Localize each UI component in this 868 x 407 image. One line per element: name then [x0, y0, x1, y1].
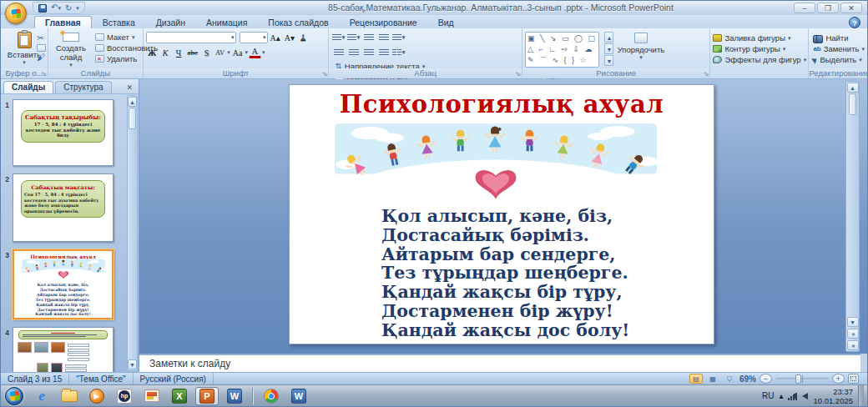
increase-indent-button[interactable] [376, 32, 391, 43]
close-panel-icon[interactable]: ✕ [123, 83, 136, 93]
panel-scroll-thumb[interactable] [129, 108, 136, 129]
tab-pokaz-slaydov[interactable]: Показ слайдов [258, 17, 338, 28]
internet-explorer-icon[interactable]: e [30, 387, 53, 405]
slide-sorter-button[interactable]: ▦ [706, 374, 719, 384]
excel-icon[interactable]: X [168, 387, 191, 405]
grow-font-button[interactable]: A▴ [269, 32, 282, 43]
italic-button[interactable]: К [159, 47, 172, 58]
scroll-up-icon[interactable]: ▲ [847, 83, 859, 93]
slide-3-editing-surface[interactable]: Психологиялық ахуал Қол алысып, кәне, бі… [289, 84, 714, 344]
slide-1-thumbnail[interactable]: Сабақтың тақырыбы: 17 · 5, 84 : 4 түрінд… [13, 99, 114, 166]
slide-3-thumbnail-selected[interactable]: Психологиялық ахуал Қол алысып, кәне, бі… [13, 249, 114, 319]
drawing-dialog-launcher[interactable]: ⇘ [704, 70, 709, 78]
shape-fill-button[interactable]: Заливка фигуры▾ [713, 33, 806, 43]
zoom-in-button[interactable]: + [832, 374, 845, 384]
language-indicator[interactable]: Русский (Россия) [134, 373, 214, 384]
paragraph-dialog-launcher[interactable]: ⇘ [515, 70, 521, 78]
font-name-combo[interactable]: ▾ [146, 32, 236, 43]
normal-view-button[interactable]: ▤ [689, 374, 703, 384]
line-spacing-button[interactable]: ▾ [391, 32, 406, 43]
find-button[interactable]: Найти [813, 33, 865, 43]
fit-to-window-button[interactable] [848, 374, 859, 384]
picture-manager-icon[interactable] [140, 387, 164, 405]
help-icon[interactable]: ? [849, 17, 860, 28]
show-desktop-button[interactable] [858, 385, 864, 407]
shapes-scroll-up[interactable]: ▲ [604, 32, 613, 43]
arrange-button[interactable]: Упорядочить▾ [618, 30, 664, 68]
font-color-button[interactable]: A [249, 47, 261, 58]
shapes-more[interactable]: ▼ [604, 55, 613, 66]
next-slide-button[interactable]: » [847, 340, 859, 350]
clear-formatting-button[interactable]: 🧹︎ [297, 32, 310, 43]
shrink-font-button[interactable]: A▾ [283, 32, 296, 43]
panel-scroll-up-icon[interactable]: ▲ [128, 97, 137, 107]
new-slide-button[interactable]: Создать слайд▾ [51, 31, 91, 69]
start-button[interactable] [3, 387, 26, 405]
slideshow-button[interactable]: ⛉ [723, 374, 736, 384]
slide-2-thumbnail[interactable]: Сабақтың мақсаты: Сен 17 · 5, 84 : 4 түр… [13, 173, 114, 242]
align-right-button[interactable] [361, 47, 376, 58]
zoom-slider[interactable] [775, 378, 829, 380]
decrease-indent-button[interactable] [361, 32, 376, 43]
copy-icon[interactable] [37, 44, 46, 52]
shapes-row-2[interactable]: △ ⌐ ∟ ⇨ ⇩ ☁ [527, 44, 597, 55]
restore-button[interactable]: ❐ [817, 3, 839, 13]
shapes-row-3[interactable]: ✎ ⌒ ∿ { } ☆ [527, 55, 597, 66]
zoom-slider-thumb[interactable] [795, 374, 801, 384]
tab-outline[interactable]: Структура [55, 81, 111, 93]
customize-qat-icon[interactable]: ▾ [76, 4, 79, 13]
tab-slides-thumbnails[interactable]: Слайды [3, 81, 53, 93]
font-dialog-launcher[interactable]: ⇘ [322, 70, 328, 78]
hp-app-icon[interactable]: hp [113, 387, 136, 405]
columns-button[interactable]: ▾ [391, 47, 406, 58]
redo-icon[interactable]: ↻ [65, 4, 72, 13]
align-center-button[interactable] [346, 47, 361, 58]
slide-title-text[interactable]: Психологиялық ахуал [290, 90, 714, 118]
strikethrough-button[interactable]: abe [186, 47, 200, 58]
undo-icon[interactable]: ↶▾ [51, 3, 61, 13]
tab-animatsiya[interactable]: Анимация [196, 17, 257, 28]
tab-dizayn[interactable]: Дизайн [146, 17, 195, 28]
cut-icon[interactable]: ✂ [37, 34, 46, 43]
save-icon[interactable] [38, 4, 47, 13]
text-shadow-button[interactable]: S [200, 47, 213, 58]
tab-glavnaya[interactable]: Главная [34, 16, 92, 28]
volume-icon[interactable] [802, 393, 808, 399]
shapes-scroll-down[interactable]: ▼ [604, 43, 613, 54]
zoom-out-button[interactable]: − [760, 374, 772, 384]
file-explorer-icon[interactable] [58, 387, 81, 405]
office-button[interactable] [5, 3, 27, 24]
scroll-thumb[interactable] [849, 93, 856, 115]
editor-scrollbar[interactable]: ▲ ▼ « » [845, 81, 860, 352]
scroll-down-icon[interactable]: ▼ [847, 317, 859, 327]
word-alt-icon[interactable]: W [287, 387, 310, 405]
tab-retsenzirovanie[interactable]: Рецензирование [340, 17, 427, 28]
bold-button[interactable]: Ж [146, 47, 159, 58]
align-left-button[interactable] [331, 47, 346, 58]
children-holding-hands-illustration[interactable] [335, 122, 657, 200]
word-icon[interactable]: W [223, 387, 246, 405]
bullets-button[interactable]: ▾ [331, 32, 346, 43]
replace-button[interactable]: abЗаменить▾ [813, 44, 865, 53]
justify-button[interactable] [376, 47, 391, 58]
shapes-gallery[interactable]: ▣ ╲ ↘ ▭ ◯ ▢ △ ⌐ ∟ ⇨ ⇩ ☁ ✎ ⌒ ∿ { } ☆ [525, 32, 599, 68]
clipboard-dialog-launcher[interactable]: ⇘ [41, 70, 47, 78]
notes-pane[interactable]: Заметки к слайду [139, 354, 860, 372]
panel-scrollbar[interactable]: ▲ ▼ [127, 95, 138, 371]
slide-4-thumbnail[interactable] [13, 327, 114, 372]
tab-vstavka[interactable]: Вставка [93, 17, 145, 28]
numbering-button[interactable]: ▾ [346, 32, 361, 43]
minimize-button[interactable]: – [794, 3, 815, 13]
tab-vid[interactable]: Вид [428, 17, 464, 28]
powerpoint-icon-active[interactable]: P [195, 387, 219, 405]
theme-name[interactable]: "Тема Office" [69, 373, 133, 384]
select-button[interactable]: Выделить▾ [813, 55, 865, 64]
character-spacing-button[interactable]: AV [214, 47, 226, 58]
shapes-row-1[interactable]: ▣ ╲ ↘ ▭ ◯ ▢ [527, 33, 597, 44]
format-painter-icon[interactable]: 🖌︎ [37, 53, 46, 62]
underline-button[interactable]: Ч [173, 47, 185, 58]
hidden-icons-chevron[interactable]: ▴ [779, 391, 783, 400]
previous-slide-button[interactable]: « [847, 329, 859, 339]
change-case-button[interactable]: Aa [231, 47, 245, 58]
zoom-level[interactable]: 69% [739, 374, 756, 384]
